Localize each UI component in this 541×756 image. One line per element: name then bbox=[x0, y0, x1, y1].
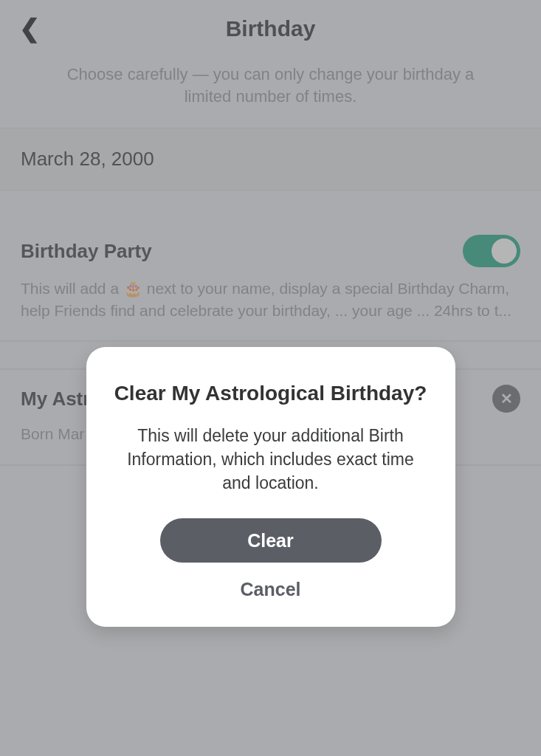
clear-button[interactable]: Clear bbox=[160, 518, 382, 563]
cancel-button[interactable]: Cancel bbox=[241, 579, 301, 600]
modal-title: Clear My Astrological Birthday? bbox=[111, 379, 430, 408]
modal-text: This will delete your additional Birth I… bbox=[111, 424, 430, 495]
clear-astrological-modal: Clear My Astrological Birthday? This wil… bbox=[86, 347, 455, 627]
